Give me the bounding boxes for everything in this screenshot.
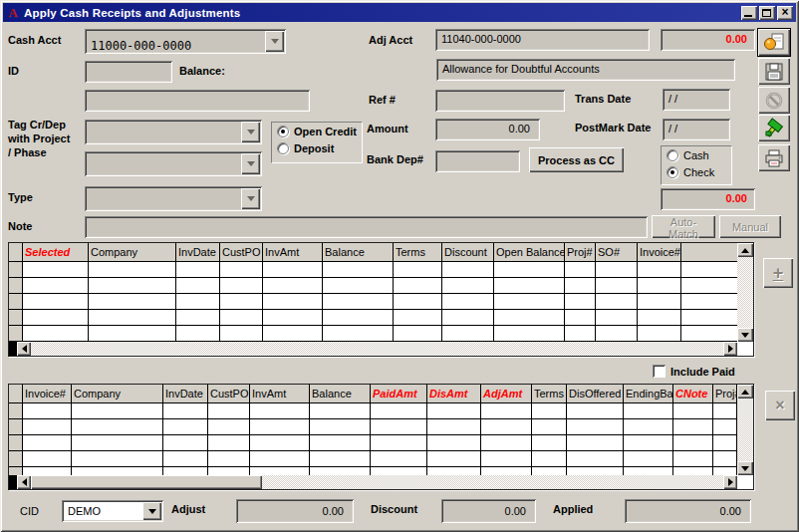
grid-row[interactable] xyxy=(9,310,737,326)
grid-cell[interactable] xyxy=(23,403,72,418)
grid-row[interactable] xyxy=(9,262,737,278)
grid-cell[interactable] xyxy=(673,419,713,434)
grid-cell[interactable] xyxy=(713,435,737,450)
scroll-up-button[interactable] xyxy=(737,385,753,399)
grid-cell[interactable] xyxy=(163,403,208,418)
scroll-right-button[interactable] xyxy=(723,342,737,356)
grid-cell[interactable] xyxy=(494,326,565,341)
grid-row[interactable] xyxy=(9,467,737,475)
grid-cell[interactable] xyxy=(394,326,442,341)
grid-cell[interactable] xyxy=(176,294,220,309)
grid-cell[interactable] xyxy=(638,326,681,341)
close-button[interactable]: × xyxy=(777,6,793,20)
customer-name-field[interactable] xyxy=(85,90,310,112)
grid-cell[interactable] xyxy=(713,419,737,434)
scroll-down-button[interactable] xyxy=(737,328,753,342)
scroll-left-button[interactable] xyxy=(17,475,31,489)
grid-cell[interactable] xyxy=(208,467,250,475)
open-grid-vscrollbar[interactable] xyxy=(737,243,753,342)
grid-cell[interactable] xyxy=(567,451,624,466)
grid-cell[interactable] xyxy=(673,435,713,450)
grid-cell[interactable] xyxy=(565,310,596,325)
grid-cell[interactable] xyxy=(72,467,163,475)
grid-cell[interactable] xyxy=(394,294,442,309)
grid-cell[interactable] xyxy=(323,310,394,325)
phase-combo[interactable] xyxy=(85,151,262,176)
grid-cell[interactable] xyxy=(250,435,310,450)
grid-cell[interactable] xyxy=(481,435,532,450)
grid-cell[interactable] xyxy=(250,451,310,466)
grid-cell[interactable] xyxy=(638,294,681,309)
grid-cell[interactable] xyxy=(494,278,565,293)
cid-dropdown-button[interactable] xyxy=(142,502,161,520)
grid-cell[interactable] xyxy=(89,310,176,325)
row-selector-cell[interactable] xyxy=(9,310,23,325)
grid-cell[interactable] xyxy=(481,451,532,466)
grid-cell[interactable] xyxy=(371,403,427,418)
scrollbar-track[interactable] xyxy=(31,342,723,356)
grid-cell[interactable] xyxy=(624,451,673,466)
print-button[interactable] xyxy=(758,144,790,171)
grid-cell[interactable] xyxy=(442,294,494,309)
ref-field[interactable] xyxy=(435,90,565,112)
grid-cell[interactable] xyxy=(481,467,532,475)
include-paid-checkbox[interactable] xyxy=(653,365,666,378)
grid-cell[interactable] xyxy=(442,278,494,293)
grid-row[interactable] xyxy=(9,419,737,435)
grid-row[interactable] xyxy=(9,435,737,451)
cid-combo[interactable]: DEMO xyxy=(62,500,163,522)
grid-cell[interactable] xyxy=(310,403,371,418)
grid-cell[interactable] xyxy=(310,467,371,475)
grid-cell[interactable] xyxy=(323,262,394,277)
row-selector-cell[interactable] xyxy=(9,435,23,450)
grid-cell[interactable] xyxy=(596,310,638,325)
grid-cell[interactable] xyxy=(394,278,442,293)
grid-cell[interactable] xyxy=(263,262,323,277)
remove-invoice-button[interactable]: × xyxy=(765,391,795,420)
cash-radio[interactable] xyxy=(666,149,678,161)
grid-cell[interactable] xyxy=(23,419,72,434)
grid-cell[interactable] xyxy=(567,419,624,434)
open-grid-hscrollbar[interactable] xyxy=(9,342,737,356)
grid-cell[interactable] xyxy=(427,419,481,434)
grid-cell[interactable] xyxy=(220,294,263,309)
grid-cell[interactable] xyxy=(713,467,737,475)
grid-cell[interactable] xyxy=(442,310,494,325)
grid-cell[interactable] xyxy=(394,310,442,325)
open-credit-radio[interactable] xyxy=(277,126,289,137)
grid-cell[interactable] xyxy=(323,278,394,293)
scrollbar-thumb[interactable] xyxy=(31,475,262,489)
grid-cell[interactable] xyxy=(72,451,163,466)
type-combo[interactable] xyxy=(85,186,262,211)
grid-cell[interactable] xyxy=(250,403,310,418)
row-selector-cell[interactable] xyxy=(9,326,23,341)
grid-cell[interactable] xyxy=(220,310,263,325)
minimize-button[interactable] xyxy=(741,6,757,20)
grid-cell[interactable] xyxy=(596,278,638,293)
grid-cell[interactable] xyxy=(23,435,72,450)
grid-cell[interactable] xyxy=(427,435,481,450)
grid-cell[interactable] xyxy=(23,451,72,466)
grid-cell[interactable] xyxy=(250,419,310,434)
row-selector-cell[interactable] xyxy=(9,467,23,475)
amount-field[interactable]: 0.00 xyxy=(435,119,540,140)
phase-dropdown-button[interactable] xyxy=(241,153,260,174)
grid-cell[interactable] xyxy=(23,326,89,341)
grid-cell[interactable] xyxy=(208,403,250,418)
grid-cell[interactable] xyxy=(263,310,323,325)
post-button[interactable] xyxy=(758,115,790,141)
grid-cell[interactable] xyxy=(89,326,176,341)
grid-cell[interactable] xyxy=(250,467,310,475)
grid-cell[interactable] xyxy=(532,451,567,466)
grid-cell[interactable] xyxy=(163,467,208,475)
add-invoice-button[interactable]: + xyxy=(763,258,793,288)
new-record-button[interactable] xyxy=(758,29,790,56)
grid-cell[interactable] xyxy=(673,451,713,466)
grid-cell[interactable] xyxy=(89,262,176,277)
cancel-button[interactable] xyxy=(758,87,790,114)
grid-cell[interactable] xyxy=(427,467,481,475)
grid-cell[interactable] xyxy=(163,419,208,434)
grid-cell[interactable] xyxy=(72,435,163,450)
grid-cell[interactable] xyxy=(624,435,673,450)
grid-cell[interactable] xyxy=(176,326,220,341)
